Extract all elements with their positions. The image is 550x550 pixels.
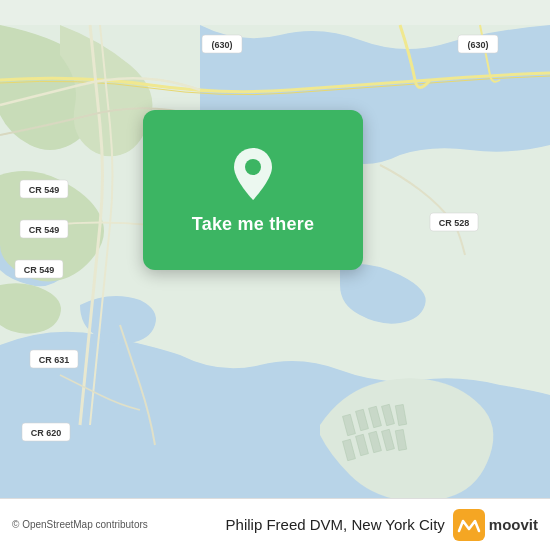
svg-text:CR 528: CR 528 [439,218,470,228]
location-pin-icon [229,146,277,202]
location-label: Philip Freed DVM, New York City [226,516,445,533]
svg-text:CR 620: CR 620 [31,428,62,438]
map-background: CR 549 CR 549 CR 549 CR 528 CR 631 CR 62… [0,0,550,550]
svg-rect-28 [453,509,485,541]
moovit-brand-label: moovit [489,516,538,533]
svg-text:CR 631: CR 631 [39,355,70,365]
svg-text:CR 549: CR 549 [24,265,55,275]
action-card: Take me there [143,110,363,270]
take-me-there-button[interactable]: Take me there [192,214,314,235]
svg-text:(630): (630) [211,40,232,50]
osm-attribution: © OpenStreetMap contributors [12,519,218,530]
moovit-brand-icon [453,509,485,541]
bottom-bar: © OpenStreetMap contributors Philip Free… [0,498,550,550]
svg-text:CR 549: CR 549 [29,185,60,195]
svg-text:CR 549: CR 549 [29,225,60,235]
svg-text:(630): (630) [467,40,488,50]
svg-point-27 [245,159,261,175]
map-container: CR 549 CR 549 CR 549 CR 528 CR 631 CR 62… [0,0,550,550]
moovit-logo: moovit [453,509,538,541]
